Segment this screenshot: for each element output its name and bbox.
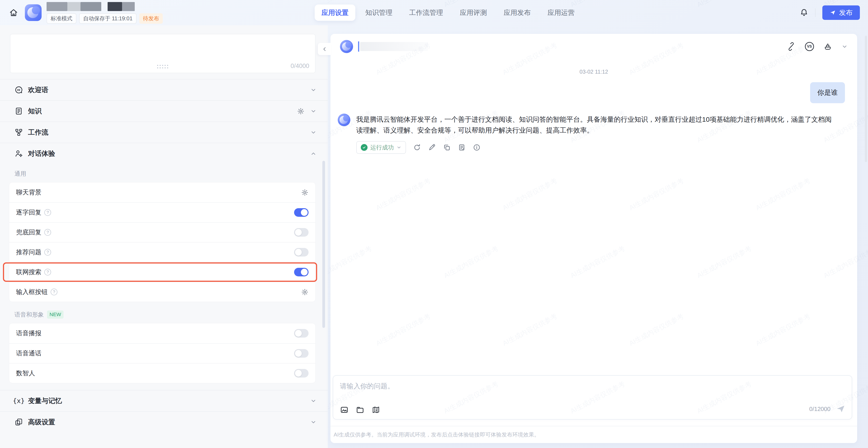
chevron-down-icon[interactable]	[842, 43, 848, 50]
person-sparkle-icon	[14, 149, 23, 158]
main-nav-tabs: 应用设置 知识管理 工作流管理 应用评测 应用发布 应用运营	[315, 4, 581, 21]
group-label-general: 通用	[14, 170, 328, 178]
voice-settings-card: 语音播报 语音通话 数智人	[9, 323, 315, 383]
tab-app-evaluation[interactable]: 应用评测	[453, 4, 494, 21]
setting-row-voice-broadcast: 语音播报	[9, 323, 315, 343]
prompt-char-counter: 0/4000	[290, 63, 309, 70]
input-char-counter: 0/12000	[809, 406, 831, 413]
app-title-redacted	[46, 2, 163, 11]
bot-avatar	[338, 113, 350, 126]
svg-text:Hi: Hi	[17, 88, 20, 92]
setting-row-web-search: 联网搜索 ?	[9, 262, 315, 282]
gear-icon[interactable]	[297, 107, 305, 115]
image-upload-icon[interactable]	[340, 406, 348, 414]
regenerate-icon[interactable]	[413, 144, 421, 151]
chevron-down-icon[interactable]	[310, 129, 316, 136]
clear-brush-icon[interactable]	[824, 42, 832, 51]
chevron-down-icon[interactable]	[310, 419, 316, 425]
digital-human-toggle[interactable]	[294, 369, 309, 378]
tab-workflow-management[interactable]: 工作流管理	[402, 4, 450, 21]
map-guide-icon[interactable]	[372, 406, 380, 414]
section-advanced-settings[interactable]: 高级设置	[0, 412, 328, 433]
layers-icon	[14, 418, 23, 426]
resize-handle[interactable]	[157, 65, 168, 69]
chevron-up-icon[interactable]	[310, 150, 316, 157]
setting-row-chat-background[interactable]: 聊天背景	[9, 182, 315, 202]
mode-tag: 标准模式	[46, 13, 76, 24]
top-header: 标准模式 自动保存于 11:19:01 待发布 应用设置 知识管理 工作流管理 …	[0, 0, 868, 25]
tab-knowledge-management[interactable]: 知识管理	[359, 4, 399, 21]
user-message-row: 你是谁	[331, 82, 857, 103]
web-search-toggle[interactable]	[294, 268, 309, 276]
home-button[interactable]	[8, 7, 19, 18]
status-badge: 待发布	[139, 13, 163, 24]
setting-row-input-box-buttons[interactable]: 输入框按钮 ?	[9, 282, 315, 302]
send-plane-icon	[830, 9, 836, 16]
debug-env-disclaimer: AI生成仅供参考。当前为应用调试环境，发布后点击体验链接即可体验发布环境效果。	[331, 426, 857, 443]
voice-broadcast-toggle[interactable]	[294, 329, 309, 338]
app-logo	[25, 4, 41, 21]
chat-input-box[interactable]: 请输入你的问题。 0/12000	[333, 375, 852, 419]
setting-row-verbatim-reply: 逐字回复 ?	[9, 202, 315, 222]
message-timestamp: 03-02 11:12	[331, 69, 857, 75]
collapse-panel-button[interactable]	[318, 43, 331, 55]
compare-vs-icon[interactable]: VS	[805, 42, 814, 51]
section-variables-memory[interactable]: {x} 变量与记忆	[0, 390, 328, 411]
name-caret	[358, 41, 359, 52]
assistant-message-text: 我是腾讯云智能体开发平台，一个善于进行文档阅读、知识问答的智能平台。具备海量的行…	[356, 113, 837, 136]
fallback-reply-toggle[interactable]	[294, 228, 309, 237]
edit-pen-icon[interactable]	[428, 144, 436, 151]
group-label-voice: 语音和形象 NEW	[14, 310, 328, 319]
header-divider	[815, 8, 815, 17]
user-message-bubble: 你是谁	[810, 82, 845, 103]
page-scrollbar[interactable]	[865, 36, 867, 162]
settings-sidebar: 0/4000 Hi 欢迎语 知识 工作流	[0, 25, 328, 448]
chevron-down-icon[interactable]	[310, 398, 316, 404]
chevron-down-icon[interactable]	[310, 108, 316, 114]
info-icon[interactable]	[473, 144, 480, 151]
file-upload-icon[interactable]	[356, 406, 364, 414]
feedback-note-icon[interactable]	[458, 144, 466, 151]
section-workflow[interactable]: 工作流	[0, 122, 328, 143]
send-message-icon[interactable]	[836, 404, 845, 414]
run-status-dropdown[interactable]: 运行成功	[356, 141, 406, 154]
api-debug-icon[interactable]	[787, 42, 796, 51]
chat-preview-panel: VS 03-02 11:12 你是谁 我是腾讯云智能体开发平台，一个善于进行文档…	[331, 34, 857, 443]
sidebar-scrollbar[interactable]	[322, 161, 325, 328]
tab-app-publish[interactable]: 应用发布	[497, 4, 537, 21]
tab-app-operation[interactable]: 应用运营	[541, 4, 581, 21]
tab-app-settings[interactable]: 应用设置	[315, 4, 355, 21]
home-icon	[9, 8, 18, 17]
suggested-questions-toggle[interactable]	[294, 248, 309, 256]
gear-icon[interactable]	[301, 189, 309, 196]
chevron-left-icon	[321, 46, 328, 52]
voice-call-toggle[interactable]	[294, 349, 309, 358]
help-icon[interactable]: ?	[44, 209, 51, 216]
setting-row-suggested-questions: 推荐问题 ?	[9, 242, 315, 262]
notification-bell-icon[interactable]	[800, 8, 808, 17]
publish-button[interactable]: 发布	[822, 5, 860, 20]
success-check-icon	[361, 144, 368, 151]
prompt-editor[interactable]: 0/4000	[10, 34, 315, 73]
setting-row-voice-call: 语音通话	[9, 343, 315, 363]
section-knowledge[interactable]: 知识	[0, 101, 328, 122]
help-icon[interactable]: ?	[44, 249, 51, 255]
section-chat-experience[interactable]: 对话体验	[0, 143, 328, 164]
general-settings-card: 聊天背景 逐字回复 ? 兜底回复 ? 推荐问题 ? 联网搜索 ? 输入框按钮 ?	[9, 182, 315, 302]
copy-icon[interactable]	[443, 144, 451, 151]
help-icon[interactable]: ?	[44, 229, 51, 236]
message-toolbar: 运行成功	[356, 141, 857, 154]
help-icon[interactable]: ?	[51, 288, 57, 295]
section-welcome-message[interactable]: Hi 欢迎语	[0, 79, 328, 100]
hi-bubble-icon: Hi	[14, 85, 23, 94]
document-icon	[14, 107, 23, 115]
gear-icon[interactable]	[301, 288, 309, 296]
autosave-tag: 自动保存于 11:19:01	[79, 13, 136, 24]
help-icon[interactable]: ?	[44, 269, 51, 275]
workflow-icon	[14, 128, 23, 137]
new-badge: NEW	[47, 310, 64, 319]
chevron-down-icon[interactable]	[310, 87, 316, 93]
setting-row-digital-human: 数智人	[9, 363, 315, 383]
verbatim-reply-toggle[interactable]	[294, 208, 309, 217]
bot-avatar	[340, 40, 353, 53]
